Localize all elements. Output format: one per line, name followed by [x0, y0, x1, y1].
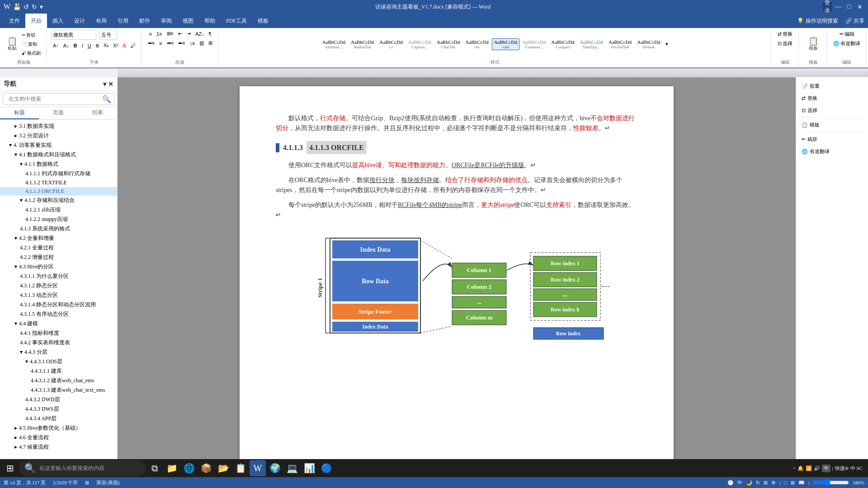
select-button[interactable]: ⊡选择 [776, 39, 794, 48]
nav-item-4-1[interactable]: ▾ 4.1 数据格式和压缩格式 [0, 150, 117, 160]
sort-button[interactable]: AZ↓ [193, 30, 206, 38]
nav-item-4-2-1[interactable]: 4.2.1 全量过程 [0, 243, 117, 253]
nav-item-4-2-2[interactable]: 4.2.2 增量过程 [0, 253, 117, 262]
nav-item-4-4-3-1-2[interactable]: 4.4.3.1.2 建表web_chat_ems [0, 376, 117, 385]
borders-button[interactable]: ⊞ [207, 39, 214, 47]
tab-file[interactable]: 文件 [4, 14, 25, 28]
styles-more-button[interactable]: ▾ [664, 40, 670, 48]
tab-review[interactable]: 审阅 [156, 14, 177, 28]
style-default[interactable]: AaBbCcDd Default [635, 38, 662, 50]
align-left-button[interactable]: ⬅≡ [146, 39, 156, 47]
tray-ime[interactable]: 中 [822, 465, 830, 472]
nav-item-4-5[interactable]: ▸ 4.5 Hive参数优化（基础） [0, 423, 117, 433]
minimize-button[interactable]: — [834, 2, 843, 11]
style-decvaltok[interactable]: AaBbCcDd DecValTok [606, 38, 634, 50]
app3-button[interactable]: 📦 [198, 460, 214, 476]
folder-button[interactable]: 📂 [215, 460, 231, 476]
bold-button[interactable]: B [72, 42, 79, 49]
row-block-link[interactable]: 按行分块 [369, 177, 395, 183]
justify-button[interactable]: ⬌≡ [176, 39, 187, 47]
nav-item-4-1-3[interactable]: 4.1.3 系统采用的格式 [0, 224, 117, 234]
maximize-button[interactable]: □ [844, 2, 854, 11]
paste-button[interactable]: 📋 粘贴 [5, 36, 19, 52]
align-right-button[interactable]: ➡≡ [165, 39, 175, 47]
nav-item-4-4[interactable]: ▾ 4.4 建模 [0, 319, 117, 328]
taskview-button[interactable]: ⧉ [146, 460, 163, 476]
format-painter-button[interactable]: 🖌格式刷 [20, 49, 42, 57]
nav-item-4-7[interactable]: ▸ 4.7 候量流程 [0, 442, 117, 452]
nav-item-4-4-3-1[interactable]: ▾ 4.4.3.1 ODS层 [0, 357, 117, 366]
nav-item-4-4-3-1-3[interactable]: 4.4.3.1.3 建表web_chat_text_ems [0, 385, 117, 395]
nav-item-4-3[interactable]: ▾ 4.3 Hive的分区 [0, 262, 117, 272]
nav-item-4-1-1-2[interactable]: 4.1.1.2 TEXTFILE [0, 178, 117, 187]
superscript-button[interactable]: X² [111, 42, 120, 49]
cut-button[interactable]: ✂剪切 [20, 31, 42, 39]
tab-design[interactable]: 设计 [69, 14, 90, 28]
line-spacing-button[interactable]: ↕≡ [188, 40, 197, 47]
nav-item-4-3-1-1[interactable]: 4.3.1.1 为什么要分区 [0, 272, 117, 281]
nav-item-4-1-1-3[interactable]: 4.1.1.3 ORCFILE [0, 187, 117, 196]
col-store-link[interactable]: 每块按列存储 [401, 177, 439, 183]
nav-item-4-1-1-1[interactable]: 4.1.1.1 列式存储和行式存储 [0, 169, 117, 178]
font-color-button[interactable]: A [121, 42, 127, 49]
orcfile-link[interactable]: ORCFile是RCFile的升级版 [452, 162, 524, 169]
app10-button[interactable]: 🔵 [318, 460, 335, 476]
nav-options-icon[interactable]: ▾ [103, 80, 106, 88]
underline-button[interactable]: U [86, 42, 93, 49]
compose-panel-btn[interactable]: ✏ 稿辞 [800, 134, 864, 145]
chrome-button[interactable]: 🌍 [267, 460, 283, 476]
search-icon[interactable]: 🔍 [102, 95, 111, 103]
style-chartok[interactable]: AaBbCcDd CharTok [434, 38, 462, 50]
tab-home[interactable]: 开始 [25, 14, 47, 28]
replace-panel-btn[interactable]: ⇄ 替换 [800, 93, 864, 103]
tray-arrow[interactable]: ^ [793, 465, 796, 471]
replace-button[interactable]: ⇄替换 [776, 30, 794, 38]
nav-item-4-2[interactable]: ▾ 4.2 全量和增量 [0, 234, 117, 243]
compose-button[interactable]: ✏编辑 [838, 30, 856, 38]
revisions-btn[interactable]: 📝 批量 [800, 81, 864, 91]
bullets-button[interactable]: ≡ [147, 30, 154, 38]
increase-font-button[interactable]: A↑ [51, 42, 61, 49]
rcfile-link[interactable]: RCFile每个4MB的stripe [398, 202, 462, 208]
tab-mailings[interactable]: 邮件 [134, 14, 156, 28]
nav-item-3-2[interactable]: ▸ 3.2 分层设计 [0, 131, 117, 141]
undo-icon[interactable]: ↺ [24, 3, 29, 11]
share-button[interactable]: 🔗 共享 [845, 17, 864, 25]
strikethrough-button[interactable]: S [94, 42, 101, 49]
save-icon[interactable]: 💾 [13, 3, 21, 11]
view-read-btn[interactable]: 📖 [798, 480, 805, 486]
nav-item-4-4-3-1-1[interactable]: 4.4.3.1.1 建库 [0, 366, 117, 376]
nav-item-4-4-3-4[interactable]: 4.4.3.4 APP层 [0, 414, 117, 423]
nav-item-4-4-3-3[interactable]: 4.4.3.3 DWS层 [0, 404, 117, 414]
view-web-btn[interactable]: ⊞ [791, 480, 795, 486]
style-caption[interactable]: AaBbCcDd Caption... [406, 38, 434, 50]
nav-item-4-1-2[interactable]: ▾ 4.1.2 存储和压缩结合 [0, 196, 117, 205]
nav-tab-headings[interactable]: 标题 [0, 107, 39, 119]
nav-item-4-4-1[interactable]: 4.4.1 指标和维度 [0, 328, 117, 338]
nav-item-4-6[interactable]: ▸ 4.6 全量流程 [0, 433, 117, 442]
start-button[interactable]: ⊞ [2, 460, 18, 476]
numbering-button[interactable]: 1≡ [155, 30, 164, 38]
style-datatype[interactable]: AaBbCcDd DataTyp... [578, 38, 605, 50]
nav-item-4-1-2-2[interactable]: 4.1.2.2 snappy压缩 [0, 215, 117, 224]
tab-help[interactable]: 帮助 [199, 14, 221, 28]
nav-close-icon[interactable]: ✕ [108, 80, 113, 88]
ime-mode-cn[interactable]: 中 [737, 479, 742, 486]
nav-item-4-4-3-2[interactable]: 4.4.3.2 DWD层 [0, 395, 117, 404]
view-print-btn[interactable]: □ [784, 480, 787, 485]
highlight-button[interactable]: 🖊 [129, 42, 137, 49]
increase-indent-button[interactable]: ⇥ [185, 30, 193, 38]
nav-item-4-1-1[interactable]: ▾ 4.1.1 数据格式 [0, 160, 117, 169]
template-panel-btn[interactable]: 📋 模板 [800, 120, 864, 130]
settings-icon[interactable]: ⚙ [771, 480, 776, 486]
nav-item-4-3-1-5[interactable]: 4.3.1.5 有序动态分区 [0, 310, 117, 319]
redo-icon[interactable]: ↻ [32, 3, 37, 11]
close-button[interactable]: ✕ [855, 2, 864, 11]
style-comment[interactable]: AaBbCcDd Commen... [520, 38, 548, 50]
app8-button[interactable]: 💻 [284, 460, 300, 476]
zoom-slider[interactable] [813, 479, 849, 486]
nav-item-4-4-2[interactable]: 4.4.2 事实表和维度表 [0, 338, 117, 347]
word-button[interactable]: W [250, 460, 266, 476]
login-button[interactable]: 登录 [823, 2, 832, 11]
file-explorer-button[interactable]: 📁 [164, 460, 180, 476]
